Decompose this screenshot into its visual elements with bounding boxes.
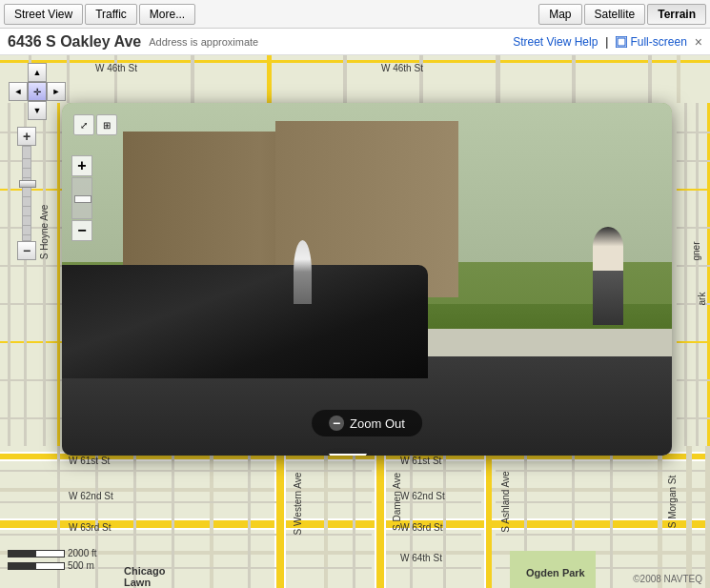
sv-zoom-in[interactable]: + [71, 155, 92, 176]
full-screen-label[interactable]: Full-screen [630, 35, 686, 49]
svg-rect-66 [496, 55, 500, 103]
separator: | [605, 35, 608, 49]
svg-rect-93 [8, 103, 10, 446]
terrain-button[interactable]: Terrain [647, 4, 706, 25]
close-button[interactable]: × [695, 34, 702, 50]
svg-rect-23 [658, 446, 662, 588]
scale-label-m: 500 m [68, 560, 94, 571]
zoom-out-button[interactable]: − [17, 241, 36, 260]
svg-rect-55 [686, 446, 692, 588]
svg-rect-49 [443, 446, 446, 588]
scene-person-2 [294, 240, 312, 304]
copyright-text: ©2008 NAVTEQ [633, 574, 702, 584]
svg-rect-46 [248, 446, 251, 588]
scale-label-ft: 2000 ft [68, 548, 97, 558]
svg-rect-58 [0, 60, 710, 63]
svg-rect-45 [172, 446, 174, 588]
svg-rect-40 [386, 567, 481, 569]
zoom-slider: + − [17, 127, 36, 260]
svg-rect-37 [496, 534, 710, 536]
svg-rect-78 [677, 265, 710, 267]
pan-down-button[interactable]: ▼ [28, 101, 47, 120]
sv-nav-fullscreen[interactable]: ⤢ [73, 114, 94, 135]
satellite-button[interactable]: Satellite [584, 4, 646, 25]
main-map-area: W 46th St W 46th St S Hoyne Ave W 61st S… [0, 55, 710, 588]
zoom-out-label: Zoom Out [350, 416, 405, 431]
street-view-popup: ⤢ ⊞ + − − Zoom Out [62, 103, 672, 456]
street-view-button[interactable]: Street View [4, 4, 83, 25]
svg-rect-56 [705, 446, 710, 588]
more-button[interactable]: More... [139, 4, 195, 25]
traffic-button[interactable]: Traffic [85, 4, 137, 25]
svg-rect-65 [419, 55, 423, 103]
svg-rect-29 [496, 470, 710, 472]
svg-rect-18 [375, 446, 376, 588]
zoom-thumb[interactable] [19, 180, 36, 188]
sv-zoom-track[interactable] [71, 177, 92, 219]
svg-rect-31 [286, 501, 372, 503]
svg-rect-33 [496, 501, 710, 503]
svg-rect-27 [286, 470, 372, 472]
svg-rect-24 [210, 446, 213, 588]
sv-nav-controls: ⤢ ⊞ [73, 114, 117, 135]
svg-rect-69 [677, 55, 680, 103]
svg-rect-96 [57, 103, 60, 446]
svg-rect-39 [286, 567, 372, 569]
svg-rect-62 [191, 55, 194, 103]
scale-bar: 2000 ft 500 m [8, 548, 97, 571]
svg-rect-16 [284, 446, 286, 588]
svg-rect-64 [343, 55, 347, 103]
svg-rect-32 [386, 501, 481, 503]
fullscreen-link[interactable]: Full-screen [616, 35, 686, 49]
svg-rect-79 [677, 303, 710, 305]
zoom-out-circle-icon: − [329, 416, 344, 431]
svg-rect-67 [572, 55, 576, 103]
sv-zoom-controls: + − [71, 155, 92, 241]
svg-rect-15 [274, 446, 276, 588]
svg-rect-21 [484, 446, 486, 588]
svg-rect-80 [677, 341, 710, 343]
svg-rect-75 [677, 160, 710, 162]
svg-rect-77 [677, 227, 710, 229]
svg-rect-20 [486, 446, 492, 588]
arrow-pad: ▲ ◄ ✛ ► ▼ [8, 63, 67, 122]
svg-rect-36 [386, 534, 481, 536]
svg-rect-26 [0, 470, 276, 472]
svg-rect-35 [286, 534, 372, 536]
svg-rect-48 [410, 446, 413, 588]
svg-rect-71 [684, 103, 687, 446]
svg-rect-81 [677, 379, 710, 381]
scene-car [62, 265, 428, 377]
scene-person-1 [593, 227, 623, 326]
zoom-out-overlay-button[interactable]: − Zoom Out [312, 410, 422, 436]
svg-rect-61 [114, 55, 117, 103]
svg-rect-47 [353, 446, 355, 588]
fullscreen-icon [616, 36, 627, 48]
svg-rect-19 [384, 446, 386, 588]
svg-rect-95 [43, 103, 46, 446]
zoom-in-button[interactable]: + [17, 127, 36, 146]
svg-rect-82 [677, 417, 710, 419]
pan-center-button[interactable]: ✛ [28, 82, 47, 101]
svg-rect-1 [618, 38, 625, 46]
pan-up-button[interactable]: ▲ [28, 63, 47, 82]
address-text: 6436 S Oakley Ave [8, 33, 141, 51]
svg-rect-28 [386, 470, 481, 472]
svg-rect-30 [0, 501, 276, 503]
pan-right-button[interactable]: ► [47, 82, 66, 101]
svg-rect-17 [376, 446, 384, 588]
svg-rect-44 [133, 446, 136, 588]
svg-rect-52 [610, 446, 613, 588]
approximate-label: Address is approximate [149, 36, 258, 48]
svg-rect-60 [67, 55, 70, 103]
map-button[interactable]: Map [538, 4, 581, 25]
sv-nav-expand[interactable]: ⊞ [96, 114, 117, 135]
svg-rect-68 [648, 55, 652, 103]
svg-rect-76 [677, 189, 710, 191]
street-view-help-link[interactable]: Street View Help [513, 35, 598, 49]
pan-left-button[interactable]: ◄ [9, 82, 28, 101]
zoom-track[interactable] [22, 146, 31, 241]
sv-zoom-out-inner[interactable]: − [71, 220, 92, 241]
svg-rect-74 [677, 132, 710, 133]
address-bar-links: Street View Help | Full-screen × [513, 34, 702, 50]
